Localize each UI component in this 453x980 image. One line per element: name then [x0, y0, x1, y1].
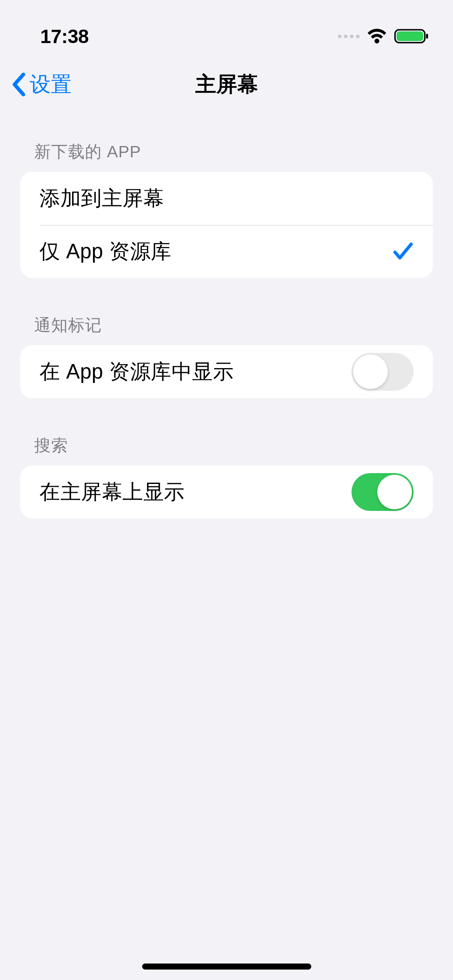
switch-knob — [353, 354, 388, 389]
nav-bar: 设置 主屏幕 — [0, 56, 453, 113]
back-button[interactable]: 设置 — [11, 70, 72, 99]
page-title: 主屏幕 — [195, 70, 258, 99]
row-label: 在主屏幕上显示 — [39, 478, 185, 506]
toggle-show-in-app-library[interactable] — [352, 353, 414, 391]
row-label: 仅 App 资源库 — [39, 238, 172, 266]
row-show-on-home: 在主屏幕上显示 — [20, 465, 433, 519]
checkmark-icon — [393, 242, 414, 261]
group-header: 新下载的 APP — [20, 141, 433, 172]
content: 新下载的 APP 添加到主屏幕 仅 App 资源库 通知标记 在 App 资源库… — [0, 141, 453, 519]
option-app-library-only[interactable]: 仅 App 资源库 — [20, 225, 433, 278]
svg-rect-1 — [397, 31, 423, 41]
group-new-downloads: 新下载的 APP 添加到主屏幕 仅 App 资源库 — [20, 141, 433, 278]
group-header: 通知标记 — [20, 314, 433, 345]
home-indicator[interactable] — [142, 964, 311, 970]
option-add-to-home[interactable]: 添加到主屏幕 — [20, 172, 433, 225]
row-label: 在 App 资源库中显示 — [39, 358, 234, 386]
card: 添加到主屏幕 仅 App 资源库 — [20, 172, 433, 278]
status-bar: 17:38 — [0, 0, 453, 56]
row-label: 添加到主屏幕 — [39, 185, 164, 212]
group-search: 搜索 在主屏幕上显示 — [20, 434, 433, 519]
cellular-dots-icon — [338, 35, 360, 38]
group-notification-badges: 通知标记 在 App 资源库中显示 — [20, 314, 433, 398]
status-right — [338, 28, 429, 44]
switch-knob — [377, 475, 412, 509]
battery-icon — [394, 28, 429, 44]
row-show-in-app-library: 在 App 资源库中显示 — [20, 345, 433, 398]
status-time: 17:38 — [40, 25, 89, 47]
chevron-left-icon — [11, 72, 27, 97]
wifi-icon — [367, 29, 387, 44]
svg-rect-2 — [426, 34, 428, 39]
toggle-show-on-home[interactable] — [352, 473, 414, 511]
card: 在 App 资源库中显示 — [20, 345, 433, 398]
back-label: 设置 — [30, 70, 72, 99]
card: 在主屏幕上显示 — [20, 465, 433, 519]
group-header: 搜索 — [20, 434, 433, 465]
